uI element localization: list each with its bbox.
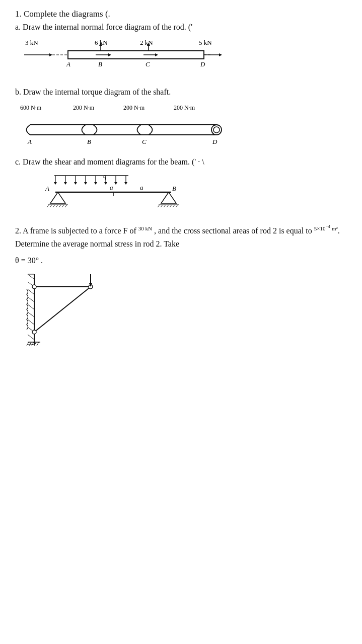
point-b-label: B (98, 60, 102, 68)
open-paren: (. (105, 9, 110, 19)
shaft-left-end (27, 125, 31, 135)
wall-h6 (28, 312, 34, 317)
title-text: 1. Complete the diagrams (15, 9, 103, 19)
frame-svg (25, 272, 111, 360)
support-a-triangle (50, 192, 65, 203)
ground-h5 (37, 342, 39, 346)
hatch-4 (56, 205, 58, 207)
arrow-5kn-head (219, 53, 222, 56)
part-b-text: b. Draw the internal torque diagram of t… (15, 88, 171, 96)
hatch-6 (62, 205, 64, 207)
part-c-text: c. Draw the shear and moment diagrams fo… (15, 157, 190, 166)
p2-angle-note: . (41, 256, 43, 265)
wall-h9 (28, 335, 34, 340)
load-arrow-5-head (94, 182, 97, 185)
p2-angle: θ = 30° (15, 256, 39, 265)
part-a-section: a. Draw the internal normal force diagra… (15, 21, 347, 74)
hatch-r3 (164, 205, 166, 207)
part-a-label: a. Draw the internal normal force diagra… (15, 21, 347, 34)
arrow-6kn-horiz-head (108, 53, 111, 56)
load-arrow-8-head (124, 182, 127, 185)
arrow-2kn-horiz-head (155, 53, 158, 56)
shaft-curve-c-right (149, 125, 153, 135)
part-b-label: b. Draw the internal torque diagram of t… (15, 86, 347, 99)
hatch-2 (50, 205, 52, 207)
frame-diagram (25, 272, 111, 360)
hatch-7 (65, 205, 67, 207)
pin-top-left (32, 285, 36, 289)
part-c-paren: (' · \ (192, 157, 204, 166)
load-arrow-3-head (74, 182, 77, 185)
hatch-r4 (167, 205, 169, 207)
beam-svg: q A (30, 173, 206, 213)
load-arrow-6-head (104, 182, 107, 185)
shaft-point-c: C (142, 138, 147, 145)
hatch-r2 (161, 205, 163, 207)
hatch-3 (53, 205, 55, 207)
torque-200-2-label: 200 N·m (123, 104, 145, 111)
load-arrow-7-head (114, 182, 117, 185)
arrow-3kn-head (49, 53, 52, 56)
wall-h3 (28, 289, 34, 294)
p2-intro: 2. A frame is subjected to a force F of (15, 226, 136, 235)
beam-b-label: B (172, 185, 176, 192)
wall-h7 (28, 319, 34, 325)
q-label: q (103, 173, 107, 180)
rod-body (68, 51, 204, 59)
shaft-curve-b-right (93, 125, 97, 135)
torque-200-1-label: 200 N·m (73, 104, 95, 111)
pin-bot-left (32, 330, 36, 334)
shaft-diagram: 600 N·m 200 N·m 200 N·m 200 N·m A B C (20, 104, 242, 144)
rod-diagram: 3 kN 6 kN 2 kN 5 kN (20, 39, 232, 74)
part-a-text: a. Draw the internal normal force diagra… (15, 23, 186, 31)
hatch-5 (59, 205, 61, 207)
force-3kn-label: 3 kN (25, 39, 38, 46)
shaft-point-d: D (212, 138, 218, 145)
wall-h4 (28, 297, 34, 302)
load-arrow-2-head (64, 182, 67, 185)
beam-a2-label: a (140, 184, 143, 191)
part-b-section: b. Draw the internal torque diagram of t… (15, 86, 347, 144)
frame-diagonal-member (34, 287, 91, 332)
beam-diagram: q A (30, 173, 206, 211)
beam-a1-label: a (110, 184, 113, 191)
part-c-section: c. Draw the shear and moment diagrams fo… (15, 156, 347, 211)
point-c-label: C (146, 60, 150, 68)
rod-svg: 3 kN 6 kN 2 kN 5 kN (20, 39, 232, 74)
p2-force-sup: 30 kN (138, 225, 152, 231)
point-a-label: A (66, 60, 70, 68)
shaft-right-end (211, 125, 222, 135)
part-c-label: c. Draw the shear and moment diagrams fo… (15, 156, 347, 169)
ground-h2 (29, 342, 31, 346)
point-d-label: D (200, 60, 205, 68)
shaft-curve-c-left (137, 125, 141, 135)
problem-1-title: 1. Complete the diagrams (. (15, 9, 347, 19)
hatch-1 (47, 205, 49, 207)
ground-h3 (32, 342, 34, 346)
shaft-point-b: B (87, 138, 91, 145)
distributed-load-wave (27, 289, 28, 330)
load-arrow-1-head (54, 182, 57, 185)
hatch-r6 (173, 205, 175, 207)
shaft-curve-b-left (82, 125, 86, 135)
hatch-r1 (158, 205, 160, 207)
problem-2-section: 2. A frame is subjected to a force F of … (15, 223, 347, 360)
wall-h1 (28, 274, 34, 279)
force-5kn-label: 5 kN (199, 39, 212, 46)
problem-2-text: 2. A frame is subjected to a force F of … (15, 223, 347, 250)
load-arrow-4-head (84, 182, 87, 185)
torque-circle-d (213, 127, 220, 133)
part-a-paren: (' (188, 23, 192, 31)
hatch-r7 (176, 205, 178, 207)
force-2kn-label: 2 kN (140, 39, 153, 46)
ground-h1 (27, 342, 29, 346)
shaft-svg: 600 N·m 200 N·m 200 N·m 200 N·m A B C (20, 104, 242, 149)
support-b-triangle (161, 192, 176, 203)
shaft-point-a: A (27, 138, 32, 145)
wall-h5 (28, 304, 34, 309)
torque-600-label: 600 N·m (20, 104, 42, 111)
torque-200-3-label: 200 N·m (174, 104, 195, 111)
hatch-r5 (170, 205, 172, 207)
problem-2-angle: θ = 30° . (15, 255, 347, 267)
beam-a-label: A (45, 185, 49, 192)
